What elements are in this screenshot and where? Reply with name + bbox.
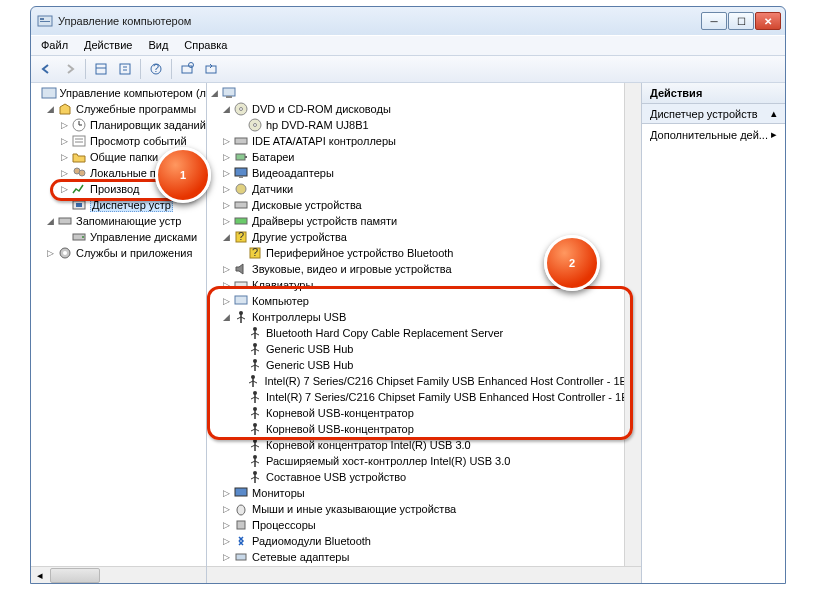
device-memory-drivers[interactable]: ▷Драйверы устройств памяти — [207, 213, 641, 229]
device-usb-controllers[interactable]: ◢Контроллеры USB — [207, 309, 641, 325]
device-usb-item-label: Корневой концентратор Intel(R) USB 3.0 — [266, 439, 471, 451]
menu-view[interactable]: Вид — [140, 36, 176, 55]
tree-storage[interactable]: ◢Запоминающие устр — [31, 213, 206, 229]
menu-file[interactable]: Файл — [33, 36, 76, 55]
center-scrollbar-h[interactable] — [207, 566, 641, 583]
svg-rect-1 — [40, 18, 44, 20]
tree-task-scheduler[interactable]: ▷Планировщик заданий — [31, 117, 206, 133]
device-usb-item[interactable]: Корневой USB-концентратор — [207, 421, 641, 437]
device-usb-item-label: Bluetooth Hard Copy Cable Replacement Se… — [266, 327, 503, 339]
svg-rect-5 — [120, 64, 130, 74]
device-usb-item-label: Корневой USB-концентратор — [266, 407, 414, 419]
device-usb-item-label: Корневой USB-концентратор — [266, 423, 414, 435]
svg-point-26 — [82, 236, 84, 238]
svg-rect-17 — [73, 136, 85, 146]
device-usb-item[interactable]: Bluetooth Hard Copy Cable Replacement Se… — [207, 325, 641, 341]
menu-help[interactable]: Справка — [176, 36, 235, 55]
svg-rect-96 — [236, 554, 246, 560]
device-usb-item[interactable]: Intel(R) 7 Series/C216 Chipset Family US… — [207, 373, 641, 389]
device-ide[interactable]: ▷IDE ATA/ATAPI контроллеры — [207, 133, 641, 149]
svg-text:?: ? — [252, 246, 258, 258]
toolbar-refresh-icon[interactable] — [200, 58, 222, 80]
device-usb-item-label: Intel(R) 7 Series/C216 Chipset Family US… — [266, 391, 641, 403]
minimize-button[interactable]: ─ — [701, 12, 727, 30]
device-dvd-item[interactable]: hp DVD-RAM UJ8B1 — [207, 117, 641, 133]
titlebar[interactable]: Управление компьютером ─ ☐ ✕ — [31, 7, 785, 35]
svg-rect-24 — [59, 218, 71, 224]
tree-services-apps[interactable]: ▷Службы и приложения — [31, 245, 206, 261]
svg-rect-38 — [235, 168, 247, 176]
collapse-icon: ▴ — [771, 107, 777, 120]
actions-sub[interactable]: Диспетчер устройств ▴ — [642, 104, 785, 124]
device-monitors[interactable]: ▷Мониторы — [207, 485, 641, 501]
device-bt-radios[interactable]: ▷Радиомодули Bluetooth — [207, 533, 641, 549]
callout-badge-1: 1 — [155, 147, 211, 203]
device-usb-item-label: Расширяемый хост-контроллер Intel(R) USB… — [266, 455, 510, 467]
svg-rect-13 — [42, 88, 56, 98]
svg-point-32 — [240, 108, 243, 111]
menubar: Файл Действие Вид Справка — [31, 35, 785, 55]
device-processors[interactable]: ▷Процессоры — [207, 517, 641, 533]
forward-button[interactable] — [59, 58, 81, 80]
tree-system-tools[interactable]: ◢Служебные программы — [31, 101, 206, 117]
svg-rect-2 — [40, 21, 50, 22]
device-network[interactable]: ▷Сетевые адаптеры — [207, 549, 641, 565]
device-usb-item[interactable]: Корневой USB-концентратор — [207, 405, 641, 421]
svg-rect-42 — [235, 218, 247, 224]
svg-point-28 — [63, 251, 67, 255]
center-tree-pane: ◢ ◢DVD и CD-ROM дисководы hp DVD-RAM UJ8… — [207, 83, 641, 583]
actions-more[interactable]: Дополнительные дей... ▸ — [642, 124, 785, 145]
toolbar: ? — [31, 55, 785, 83]
device-usb-item[interactable]: Составное USB устройство — [207, 469, 641, 485]
svg-rect-3 — [96, 64, 106, 74]
svg-rect-48 — [235, 296, 247, 304]
tree-root-computer-mgmt[interactable]: Управление компьютером (л — [31, 85, 206, 101]
device-usb-item[interactable]: Generic USB Hub — [207, 357, 641, 373]
device-batteries[interactable]: ▷Батареи — [207, 149, 641, 165]
toolbar-help-icon[interactable]: ? — [145, 58, 167, 80]
svg-rect-93 — [235, 488, 247, 496]
device-computer[interactable]: ▷Компьютер — [207, 293, 641, 309]
device-usb-item-label: Generic USB Hub — [266, 343, 353, 355]
callout-badge-2: 2 — [544, 235, 600, 291]
svg-text:?: ? — [153, 62, 159, 74]
device-root[interactable]: ◢ — [207, 85, 641, 101]
svg-rect-95 — [237, 521, 245, 529]
svg-rect-29 — [223, 88, 235, 96]
toolbar-scan-icon[interactable] — [176, 58, 198, 80]
back-button[interactable] — [35, 58, 57, 80]
svg-rect-47 — [235, 282, 247, 288]
device-mice[interactable]: ▷Мыши и иные указывающие устройства — [207, 501, 641, 517]
svg-point-40 — [236, 184, 246, 194]
device-usb-item[interactable]: Intel(R) 7 Series/C216 Chipset Family US… — [207, 389, 641, 405]
toolbar-properties-icon[interactable] — [114, 58, 136, 80]
device-sensors[interactable]: ▷Датчики — [207, 181, 641, 197]
chevron-right-icon: ▸ — [771, 128, 777, 141]
window-frame: Управление компьютером ─ ☐ ✕ Файл Действ… — [30, 6, 786, 584]
device-video[interactable]: ▷Видеоадаптеры — [207, 165, 641, 181]
device-usb-item[interactable]: Generic USB Hub — [207, 341, 641, 357]
device-dvd-cd[interactable]: ◢DVD и CD-ROM дисководы — [207, 101, 641, 117]
tree-disk-mgmt[interactable]: Управление дисками — [31, 229, 206, 245]
actions-header: Действия — [642, 83, 785, 104]
menu-action[interactable]: Действие — [76, 36, 140, 55]
device-usb-item[interactable]: Корневой концентратор Intel(R) USB 3.0 — [207, 437, 641, 453]
svg-rect-39 — [239, 176, 243, 178]
actions-pane: Действия Диспетчер устройств ▴ Дополните… — [641, 83, 785, 583]
svg-rect-41 — [235, 202, 247, 208]
device-disk-drives[interactable]: ▷Дисковые устройства — [207, 197, 641, 213]
close-button[interactable]: ✕ — [755, 12, 781, 30]
device-usb-item[interactable]: Расширяемый хост-контроллер Intel(R) USB… — [207, 453, 641, 469]
toolbar-view-icon[interactable] — [90, 58, 112, 80]
svg-point-21 — [79, 170, 85, 176]
svg-point-11 — [189, 63, 194, 68]
svg-rect-35 — [235, 138, 247, 144]
svg-rect-30 — [226, 96, 232, 98]
device-usb-item-label: Intel(R) 7 Series/C216 Chipset Family US… — [264, 375, 641, 387]
center-scrollbar-v[interactable] — [624, 83, 641, 566]
left-scrollbar-h[interactable]: ◂ — [31, 566, 206, 583]
svg-point-34 — [254, 124, 257, 127]
device-usb-item-label: Составное USB устройство — [266, 471, 406, 483]
maximize-button[interactable]: ☐ — [728, 12, 754, 30]
svg-text:?: ? — [238, 230, 244, 242]
